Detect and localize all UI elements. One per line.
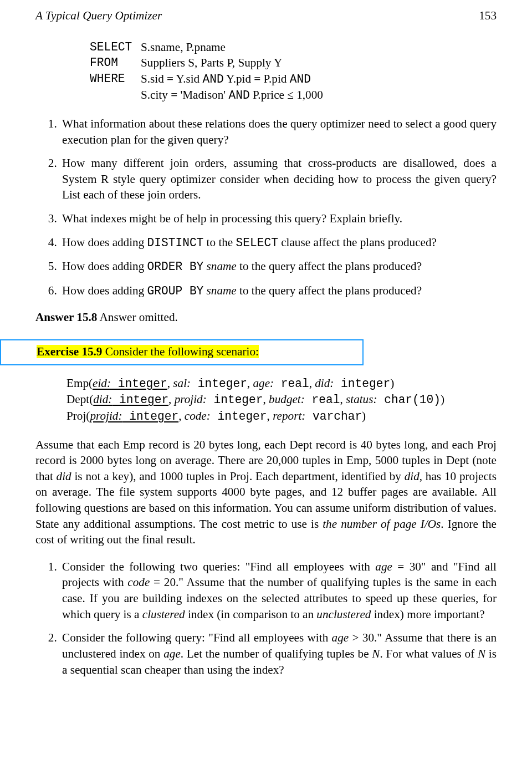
b-question-2: Consider the following query: "Find all …: [60, 630, 497, 678]
assumptions-paragraph: Assume that each Emp record is 20 bytes …: [35, 437, 497, 548]
running-title: A Typical Query Optimizer: [35, 8, 162, 24]
page-header: A Typical Query Optimizer 153: [35, 8, 497, 24]
question-3: What indexes might be of help in process…: [60, 211, 497, 227]
answer-block: Answer 15.8 Answer omitted.: [35, 309, 497, 325]
question-2: How many different join orders, assuming…: [60, 155, 497, 203]
answer-label: Answer 15.8: [35, 310, 97, 324]
b-question-1: Consider the following two queries: "Fin…: [60, 559, 497, 622]
where-line-2: S.city = 'Madison' AND P.price ≤ 1,000: [141, 87, 497, 104]
question-5: How does adding ORDER BY sname to the qu…: [60, 258, 497, 275]
answer-text: Answer omitted.: [97, 310, 177, 324]
from-kw: FROM: [90, 55, 141, 71]
exercise-callout: Exercise 15.9 Consider the following sce…: [0, 339, 364, 365]
schema-emp: Emp(eid: integer, sal: integer, age: rea…: [66, 375, 497, 392]
from-tables: Suppliers S, Parts P, Supply Y: [141, 55, 497, 71]
schema-block: Emp(eid: integer, sal: integer, age: rea…: [66, 375, 497, 425]
page-number: 153: [479, 8, 497, 24]
question-6: How does adding GROUP BY sname to the qu…: [60, 283, 497, 299]
where-kw: WHERE: [90, 71, 141, 88]
question-list-a: What information about these relations d…: [35, 116, 497, 299]
exercise-text: Consider the following scenario:: [102, 345, 258, 358]
select-kw: SELECT: [90, 39, 141, 55]
question-list-b: Consider the following two queries: "Fin…: [35, 559, 497, 678]
schema-dept: Dept(did: integer, projid: integer, budg…: [66, 391, 497, 408]
question-1: What information about these relations d…: [60, 116, 497, 147]
schema-proj: Proj(projid: integer, code: integer, rep…: [66, 408, 497, 425]
select-cols: S.sname, P.pname: [141, 39, 497, 55]
exercise-label: Exercise 15.9: [37, 345, 102, 358]
page: A Typical Query Optimizer 153 SELECT S.s…: [0, 0, 532, 769]
where-line-1: S.sid = Y.sid AND Y.pid = P.pid AND: [141, 71, 497, 88]
question-4: How does adding DISTINCT to the SELECT c…: [60, 235, 497, 251]
sql-query-block: SELECT S.sname, P.pname FROM Suppliers S…: [90, 39, 497, 104]
